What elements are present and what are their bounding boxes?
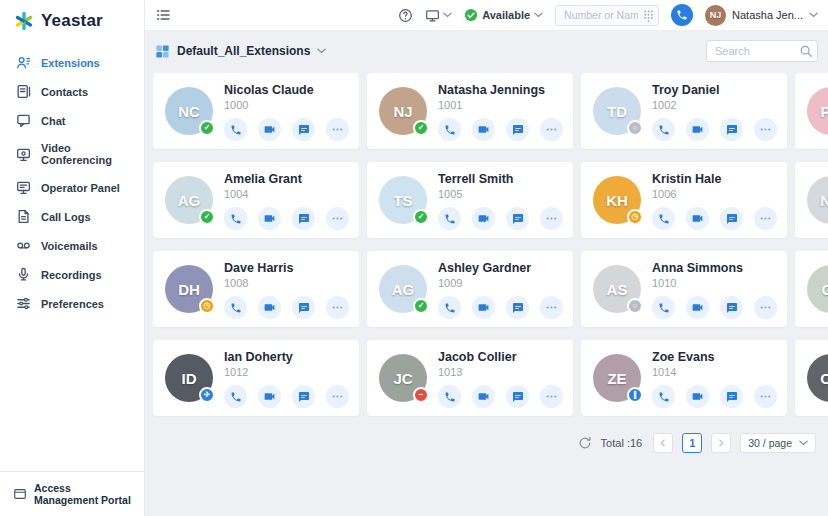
sidebar-item-contacts[interactable]: Contacts <box>0 77 144 106</box>
sidebar-item-video-conferencing[interactable]: Video Conferencing <box>0 135 144 173</box>
audio-call-button[interactable] <box>438 296 461 319</box>
video-call-button[interactable] <box>258 296 281 319</box>
avatar-wrap: AS ○ <box>593 265 641 313</box>
sidebar-item-preferences[interactable]: Preferences <box>0 289 144 318</box>
phone-icon <box>230 302 242 314</box>
more-actions-button[interactable] <box>540 118 563 141</box>
sidebar-item-label: Recordings <box>41 269 102 281</box>
more-actions-button[interactable] <box>326 385 349 408</box>
chat-button[interactable] <box>720 207 743 230</box>
video-camera-icon <box>477 390 490 403</box>
video-call-button[interactable] <box>472 296 495 319</box>
sidebar-item-operator-panel[interactable]: Operator Panel <box>0 173 144 202</box>
card-actions <box>652 385 777 408</box>
access-management-portal-link[interactable]: Access Management Portal <box>0 471 144 516</box>
sidebar-item-label: Operator Panel <box>41 182 120 194</box>
audio-call-button[interactable] <box>652 296 675 319</box>
presence-status-badge: ○ <box>627 298 643 314</box>
more-actions-button[interactable] <box>754 385 777 408</box>
audio-call-button[interactable] <box>652 207 675 230</box>
audio-call-button[interactable] <box>438 385 461 408</box>
extension-number: 1006 <box>652 188 777 200</box>
audio-call-button[interactable] <box>652 118 675 141</box>
presence-label: Available <box>482 9 530 21</box>
video-call-button[interactable] <box>258 118 281 141</box>
video-call-button[interactable] <box>258 385 281 408</box>
more-actions-button[interactable] <box>754 296 777 319</box>
sidebar-item-chat[interactable]: Chat <box>0 106 144 135</box>
card-actions <box>652 207 777 230</box>
more-actions-button[interactable] <box>326 207 349 230</box>
chat-button[interactable] <box>720 385 743 408</box>
video-call-button[interactable] <box>472 207 495 230</box>
page-size-select[interactable]: 30 / page <box>740 433 816 453</box>
more-actions-button[interactable] <box>540 207 563 230</box>
voicemail-icon <box>16 238 31 253</box>
operator-panel-icon <box>16 180 31 195</box>
audio-call-button[interactable] <box>224 296 247 319</box>
audio-call-button[interactable] <box>224 385 247 408</box>
presence-selector[interactable]: Available <box>464 8 543 22</box>
chat-button[interactable] <box>506 207 529 230</box>
chat-icon <box>16 113 31 128</box>
user-menu[interactable]: NJ Natasha Jen... <box>705 5 818 26</box>
chat-button[interactable] <box>292 385 315 408</box>
help-button[interactable] <box>398 8 413 23</box>
extension-group-selector[interactable]: Default_All_Extensions <box>155 44 326 59</box>
prev-page-button[interactable] <box>653 433 673 453</box>
call-button[interactable] <box>671 4 693 26</box>
chat-button[interactable] <box>506 296 529 319</box>
pagination: Total :16 1 30 / page <box>153 416 820 453</box>
audio-call-button[interactable] <box>438 118 461 141</box>
extension-number: 1000 <box>224 99 349 111</box>
video-call-button[interactable] <box>472 385 495 408</box>
audio-call-button[interactable] <box>224 207 247 230</box>
audio-call-button[interactable] <box>652 385 675 408</box>
refresh-button[interactable] <box>578 436 592 450</box>
sidebar-item-label: Preferences <box>41 298 104 310</box>
video-call-button[interactable] <box>472 118 495 141</box>
ellipsis-icon <box>759 212 772 225</box>
video-call-button[interactable] <box>686 296 709 319</box>
brand-name: Yeastar <box>41 11 103 31</box>
more-actions-button[interactable] <box>540 385 563 408</box>
presence-status-badge: ∥ <box>627 387 643 403</box>
chat-button[interactable] <box>720 296 743 319</box>
sidebar-item-call-logs[interactable]: Call Logs <box>0 202 144 231</box>
extensions-icon <box>16 55 31 70</box>
collapse-sidebar-button[interactable] <box>155 7 171 23</box>
extension-name: Natasha Jennings <box>438 83 563 97</box>
more-actions-button[interactable] <box>540 296 563 319</box>
video-call-button[interactable] <box>686 385 709 408</box>
audio-call-button[interactable] <box>224 118 247 141</box>
audio-call-button[interactable] <box>438 207 461 230</box>
chat-button[interactable] <box>292 296 315 319</box>
phone-icon <box>444 302 456 314</box>
more-actions-button[interactable] <box>326 118 349 141</box>
sidebar-item-recordings[interactable]: Recordings <box>0 260 144 289</box>
more-actions-button[interactable] <box>326 296 349 319</box>
next-page-button[interactable] <box>711 433 731 453</box>
chat-button[interactable] <box>506 118 529 141</box>
extension-number: 1010 <box>652 277 777 289</box>
sidebar-item-extensions[interactable]: Extensions <box>0 48 144 77</box>
extension-number: 1005 <box>438 188 563 200</box>
avatar-wrap: ID ✈ <box>165 354 213 402</box>
chat-button[interactable] <box>720 118 743 141</box>
current-page-button[interactable]: 1 <box>682 433 702 453</box>
video-call-button[interactable] <box>258 207 281 230</box>
video-call-button[interactable] <box>686 118 709 141</box>
chat-button[interactable] <box>292 207 315 230</box>
dialpad-icon[interactable] <box>642 8 655 23</box>
more-actions-button[interactable] <box>754 118 777 141</box>
device-switch-menu[interactable] <box>425 8 452 23</box>
chat-button[interactable] <box>506 385 529 408</box>
video-call-button[interactable] <box>686 207 709 230</box>
avatar: PH <box>807 87 828 135</box>
sidebar-item-voicemails[interactable]: Voicemails <box>0 231 144 260</box>
extension-number: 1009 <box>438 277 563 289</box>
more-actions-button[interactable] <box>754 207 777 230</box>
phone-icon <box>658 124 670 136</box>
chat-button[interactable] <box>292 118 315 141</box>
linkus-web-client: Yeastar Extensions Contacts Chat Video C… <box>0 0 828 516</box>
